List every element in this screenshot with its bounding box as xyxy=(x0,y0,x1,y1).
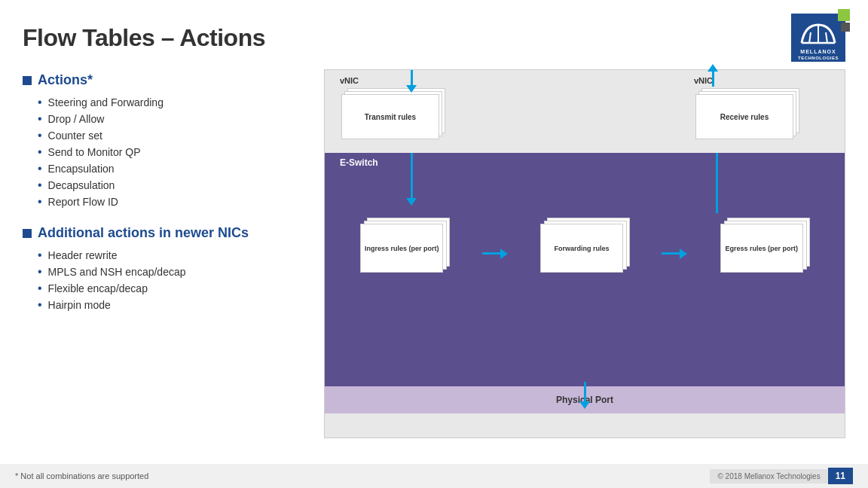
receive-rules-stack: Receive rules xyxy=(694,88,799,141)
left-vnic-arrow-down xyxy=(406,70,417,93)
logo-text: MELLANOX xyxy=(800,49,836,54)
list-item: Steering and Forwarding xyxy=(38,94,309,111)
arrow-right-2 xyxy=(662,249,687,259)
list-item: Counter set xyxy=(38,127,309,144)
logo-subtext: TECHNOLOGIES xyxy=(798,56,839,60)
main-content: Actions* Steering and Forwarding Drop / … xyxy=(0,69,868,461)
footer-note: * Not all combinations are supported xyxy=(15,471,148,480)
footer-right: © 2018 Mellanox Technologies 11 xyxy=(710,468,853,484)
arrow-right-1 xyxy=(482,249,508,259)
ingress-card-front: Ingress rules (per port) xyxy=(360,224,443,273)
list-item: Encapsulation xyxy=(38,160,309,177)
list-item: Hairpin mode xyxy=(38,297,309,313)
actions-list: Steering and Forwarding Drop / Allow Cou… xyxy=(23,94,309,210)
ingress-rules-stack: Ingress rules (per port) xyxy=(359,218,450,274)
egress-rules-stack: Egress rules (per port) xyxy=(720,218,810,274)
svg-line-1 xyxy=(809,32,811,43)
additional-bullet xyxy=(23,229,32,238)
list-item: MPLS and NSH encap/decap xyxy=(38,264,309,280)
footer: * Not all combinations are supported © 2… xyxy=(0,464,868,488)
list-item: Drop / Allow xyxy=(38,111,309,127)
eswitch-out-arrow xyxy=(716,153,718,213)
footer-page-number: 11 xyxy=(828,468,853,484)
svg-line-3 xyxy=(826,32,827,43)
logo: MELLANOX TECHNOLOGIES xyxy=(791,14,845,62)
list-item: Header rewrite xyxy=(38,247,309,264)
eswitch-section: E-Switch xyxy=(325,153,845,386)
list-item: Report Flow ID xyxy=(38,194,309,210)
top-arrow-up xyxy=(708,64,718,87)
actions-title: Actions* xyxy=(38,72,93,88)
forwarding-card-front: Forwarding rules xyxy=(540,224,623,273)
footer-copyright: © 2018 Mellanox Technologies xyxy=(710,469,827,483)
transmit-card-front: Transmit rules xyxy=(341,94,439,139)
list-item: Send to Monitor QP xyxy=(38,144,309,160)
header: Flow Tables – Actions MELLANOX TECHNOLOG… xyxy=(0,0,868,69)
vnic-section: vNIC Transmit rules vNIC xyxy=(325,70,845,153)
list-item: Decapsulation xyxy=(38,177,309,194)
logo-icon xyxy=(799,16,838,47)
slide: Flow Tables – Actions MELLANOX TECHNOLOG… xyxy=(0,0,868,488)
list-item: Flexible encap/decap xyxy=(38,280,309,297)
left-panel: Actions* Steering and Forwarding Drop / … xyxy=(23,69,309,461)
additional-list: Header rewrite MPLS and NSH encap/decap … xyxy=(23,247,309,313)
page-title: Flow Tables – Actions xyxy=(23,24,265,52)
actions-bullet xyxy=(23,76,32,85)
actions-section-header: Actions* xyxy=(23,72,309,88)
additional-section-header: Additional actions in newer NICs xyxy=(23,225,309,241)
diagram: vNIC Transmit rules vNIC xyxy=(324,69,845,438)
forwarding-rules-stack: Forwarding rules xyxy=(539,218,630,274)
vnic-right: vNIC Receive rules xyxy=(694,76,830,147)
receive-card-front: Receive rules xyxy=(695,94,793,139)
vnic-left-label: vNIC xyxy=(340,76,359,85)
eswitch-down-arrow xyxy=(579,382,590,409)
eswitch-in-arrow xyxy=(406,153,417,206)
additional-title: Additional actions in newer NICs xyxy=(38,225,249,241)
right-panel: vNIC Transmit rules vNIC xyxy=(324,69,845,461)
transmit-rules-stack: Transmit rules xyxy=(340,88,445,141)
egress-card-front: Egress rules (per port) xyxy=(720,224,803,273)
